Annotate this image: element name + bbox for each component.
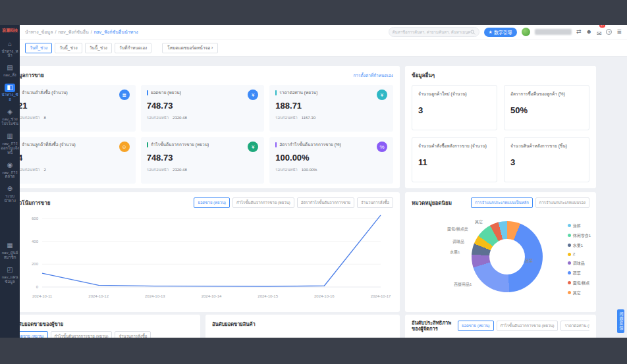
- digital-guide-button[interactable]: ★数字引导: [484, 28, 517, 37]
- product-ranking-title: อันดับยอดขายสินค้า: [212, 320, 393, 328]
- stat-value: 21: [18, 101, 130, 111]
- sidebar-item-orders[interactable]: ▤nav_สั่ง: [0, 64, 20, 78]
- stat-card-new-customers: จำนวนลูกค้าใหม่ (จำนวน) 3: [412, 85, 497, 130]
- stat-previous: รอบก่อนหน้า100.00%: [275, 167, 387, 173]
- date-range-tab[interactable]: วันที่_ช่วง: [25, 43, 52, 53]
- accent-bar: [147, 142, 148, 147]
- stat-card-order-count: จำนวนคำสั่งซื้อ (จำนวน) ≣ 21 รอบก่อนหน้า…: [12, 85, 136, 132]
- legend-item[interactable]: 泳裤: [568, 222, 591, 228]
- manager-metric-pill[interactable]: ราคาต่อท่าน (หยวน): [560, 321, 589, 331]
- breadcrumb-item[interactable]: นำทาง_ข้อมูล: [25, 28, 53, 36]
- other-data-card: ข้อมูลอื่นๆ จำนวนลูกค้าใหม่ (จำนวน) 3 อั…: [405, 66, 596, 188]
- svg-text:600: 600: [32, 217, 39, 221]
- svg-text:2024-10-16: 2024-10-16: [314, 294, 335, 298]
- sidebar-item-analytics[interactable]: ◧นำทาง_ข้อ: [0, 84, 20, 102]
- feedback-badge[interactable]: 问题反馈: [617, 309, 624, 333]
- sidebar-item-marketing[interactable]: ◉nav_การตลาด: [0, 161, 20, 180]
- manager-metric-pill[interactable]: กำไรขั้นต้นจากการขาย (หยวน): [497, 321, 559, 331]
- message-icon[interactable]: ✉: [597, 30, 602, 37]
- donut-callout: 调味品: [452, 238, 464, 244]
- trend-metric-pill[interactable]: จำนวนการสั่งซื้อ: [357, 197, 393, 208]
- legend-item[interactable]: 水果1: [568, 242, 591, 248]
- sales-trend-chart: 60040020002024-10-112024-10-122024-10-13…: [12, 211, 393, 304]
- stat-value: 100.00%: [275, 153, 387, 163]
- legend-item[interactable]: 面包/糕点: [568, 280, 591, 286]
- switch-store-icon[interactable]: ⇄: [576, 29, 582, 35]
- trend-metric-pill[interactable]: อัตรากำไรขั้นต้นจากการขาย: [297, 197, 354, 208]
- category-type-pill[interactable]: การจำแนกประเภทแบบรอง: [535, 197, 589, 208]
- date-range-tab[interactable]: วันที่กำหนดเอง: [115, 43, 151, 53]
- sidebar-item-data-plan[interactable]: ◰nav_แผนข้อมูล: [0, 266, 20, 284]
- stat-value: 748.73: [147, 153, 259, 163]
- popular-categories-title: หมวดหมู่ยอดนิยม: [412, 199, 452, 207]
- sidebar-item-home[interactable]: ⌂นำทาง_หน้า: [0, 40, 20, 59]
- menu-icon[interactable]: ≣: [616, 29, 622, 35]
- date-range-tab[interactable]: วันนี้_ช่วง: [55, 43, 82, 53]
- svg-text:200: 200: [32, 262, 39, 266]
- category-type-pills: การจำแนกประเภทแบบเป็นหลักการจำแนกประเภทแ…: [468, 197, 589, 208]
- legend-item[interactable]: 蔬菜: [568, 270, 591, 276]
- orders-stat-icon: ≣: [119, 90, 130, 100]
- svg-text:400: 400: [32, 240, 39, 244]
- sidebar-item-invoice[interactable]: ▥nav_การออกใบแจ้งหนี้: [0, 132, 20, 155]
- invoice-icon: ▥: [5, 132, 15, 141]
- breadcrumb-separator: /: [91, 30, 92, 34]
- legend-label: 其它: [573, 290, 581, 296]
- stat-value: 3: [418, 105, 491, 115]
- seller-metric-pill[interactable]: กำไรขั้นต้นจากการขาย (หยวน): [51, 331, 113, 338]
- data-plan-icon: ◰: [5, 266, 15, 274]
- stat-card-gross-margin: อัตรากำไรขั้นต้นจากการขาย (%) % 100.00% …: [269, 137, 393, 184]
- home-icon: ⌂: [5, 40, 15, 49]
- popular-categories-card: หมวดหมู่ยอดนิยม การจำแนกประเภทแบบเป็นหลั…: [405, 192, 596, 312]
- orders-icon: ▤: [5, 64, 15, 72]
- breadcrumb-item[interactable]: nav_ฟังก์ชันอื่น: [58, 28, 88, 36]
- global-search[interactable]: [389, 27, 479, 37]
- manager-ranking-card: อันดับประสิทธิภาพของผู้จัดการ ยอดขาย (หย…: [405, 315, 596, 338]
- breadcrumb-item[interactable]: nav_ฟังก์ชันอื่นนำทาง: [94, 28, 138, 36]
- legend-color-dot: [568, 261, 571, 265]
- message-icon-wrap[interactable]: ✉ 27: [597, 26, 602, 38]
- search-input[interactable]: [393, 30, 470, 34]
- svg-text:2024-10-17: 2024-10-17: [371, 294, 391, 298]
- avatar[interactable]: [522, 28, 530, 36]
- store-name-redacted: [535, 29, 572, 35]
- svg-text:2024-10-13: 2024-10-13: [145, 294, 165, 298]
- stat-label: จำนวนสินค้าหลังการขาย (ชิ้น): [510, 143, 583, 149]
- legend-item[interactable]: 休闲零食1: [568, 232, 591, 238]
- search-icon: [470, 30, 476, 35]
- legend-color-dot: [568, 244, 571, 247]
- customers-stat-icon: ☺: [119, 142, 130, 152]
- sidebar-nav: ⌂นำทาง_หน้า▤nav_สั่ง◧นำทาง_ข้อ◈nav_ช่วงโ…: [0, 34, 20, 284]
- user-icon[interactable]: ☻: [586, 29, 591, 35]
- stat-card-per-customer: ราคาต่อท่าน (หยวน) ¥ 188.71 รอบก่อนหน้า1…: [269, 85, 393, 132]
- legend-item[interactable]: 其它: [568, 290, 591, 296]
- dashboard-mode-button[interactable]: โหมดแดชบอร์ดหน้าจอ ›: [162, 43, 218, 53]
- manager-metric-pill[interactable]: ยอดขาย (หยวน): [458, 321, 494, 331]
- stat-previous: รอบก่อนหน้า1157.30: [275, 115, 387, 121]
- seller-metric-pill[interactable]: จำนวนการสั่งซื้อ: [115, 331, 151, 338]
- stat-label: กำไรขั้นต้นจากการขาย (หยวน): [151, 142, 209, 148]
- sidebar-item-member-center[interactable]: ▦nav_ศูนย์สมาชิก: [0, 242, 20, 260]
- trend-metric-pill[interactable]: กำไรขั้นต้นจากการขาย (หยวน): [232, 197, 294, 208]
- legend-color-dot: [568, 271, 571, 274]
- top-bar: นำทาง_ข้อมูล/nav_ฟังก์ชันอื่น/nav_ฟังก์ช…: [20, 25, 627, 39]
- legend-label: 面包/糕点: [573, 280, 590, 286]
- donut-callout: 其它: [475, 219, 483, 224]
- stat-card-aftersale-orders: จำนวนคำสั่งซื้อหลังการขาย (จำนวน) 11: [412, 137, 497, 182]
- sidebar-item-system[interactable]: ⊕ระบบนำทาง: [0, 185, 20, 203]
- trend-metric-pill[interactable]: ยอดขาย (หยวน): [194, 197, 230, 208]
- stat-card-purchasing-customers: จำนวนลูกค้าที่สั่งซื้อ (จำนวน) ☺ 4 รอบก่…: [12, 137, 136, 184]
- sidebar-item-promotion[interactable]: ◈nav_ช่วงโปรโมชัน: [0, 108, 20, 126]
- help-icon[interactable]: ?: [606, 29, 612, 35]
- margin-stat-icon: %: [377, 142, 387, 152]
- date-range-tab[interactable]: วันนี้_ช่วง: [85, 43, 112, 53]
- stat-value: 188.71: [275, 101, 387, 111]
- category-type-pill[interactable]: การจำแนกประเภทแบบเป็นหลัก: [471, 197, 533, 208]
- stat-card-repurchase-rate: อัตราการซื้อคืนของลูกค้า (%) 50%: [504, 85, 589, 130]
- legend-item[interactable]: Z: [568, 252, 591, 256]
- svg-text:2024-10-12: 2024-10-12: [88, 294, 109, 298]
- custom-settings-link[interactable]: การตั้งค่าที่กำหนดเอง: [353, 72, 393, 79]
- legend-color-dot: [568, 253, 571, 256]
- legend-item[interactable]: 调味品: [568, 260, 591, 266]
- stat-card-sales-amount: ยอดขาย (หยวน) ¥ 748.73 รอบก่อนหน้า2320.4…: [141, 85, 265, 132]
